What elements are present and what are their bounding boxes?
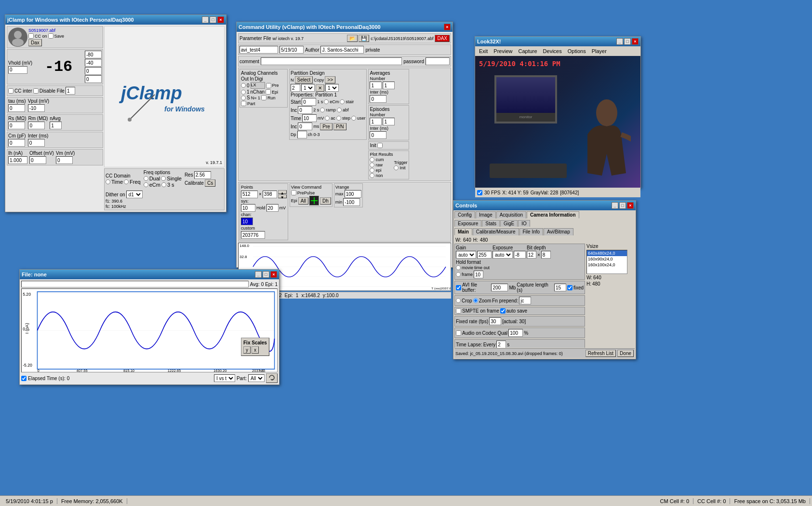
dax-btn2[interactable]: DAX (435, 35, 450, 42)
comment-input[interactable] (261, 57, 402, 65)
jclamp-close[interactable]: × (217, 16, 224, 23)
menu-preview[interactable]: Preview (491, 48, 515, 55)
cc-inter-cb[interactable] (8, 88, 13, 94)
tab-calib[interactable]: Calibrate/Measure (473, 228, 519, 235)
n-select[interactable]: 1 (301, 84, 315, 92)
res-input[interactable] (194, 171, 211, 179)
filename-input[interactable] (240, 46, 278, 54)
chan-input[interactable] (241, 218, 253, 225)
tab-avi[interactable]: Avi/Bitmap (544, 228, 573, 235)
vmin-input[interactable] (343, 198, 360, 206)
v2[interactable] (85, 59, 102, 67)
pts-input[interactable] (241, 191, 258, 198)
all-btn[interactable]: All (298, 197, 308, 205)
v4[interactable] (85, 75, 102, 83)
open-btn[interactable]: 📂 (347, 35, 358, 42)
autosave-cb[interactable] (500, 308, 506, 314)
inter-input[interactable] (28, 139, 45, 147)
ih-input[interactable] (8, 156, 27, 164)
copy-btn[interactable]: >> (325, 76, 335, 83)
look-cb[interactable] (477, 190, 482, 195)
dp-input[interactable] (297, 131, 307, 138)
offset-input[interactable] (29, 156, 46, 164)
calibrate-btn[interactable]: Cs (205, 179, 215, 187)
date-input[interactable] (280, 46, 304, 54)
ctrl-close[interactable]: × (627, 202, 634, 209)
save-btn2[interactable]: 💾 (359, 35, 369, 42)
vsize-160-90[interactable]: 160x90x24,0 (587, 256, 627, 262)
jclamp-maximize[interactable]: □ (210, 16, 216, 23)
look-close[interactable]: × (632, 38, 639, 45)
avg-num2[interactable] (383, 82, 395, 89)
jclamp-titlebar[interactable]: jClamp for Windows with IOtech PersonalD… (5, 15, 226, 25)
fix-x-btn[interactable]: x (252, 346, 259, 354)
inter-ms[interactable] (370, 95, 386, 103)
time-radio[interactable] (106, 179, 110, 184)
cmd-titlebar[interactable]: Command Utility (vClamp) with IOtech Per… (237, 22, 453, 32)
rm-input[interactable] (28, 122, 45, 129)
disable-cb[interactable] (33, 88, 39, 94)
exp-val[interactable] (514, 251, 526, 259)
menu-exit[interactable]: Exit (476, 48, 491, 55)
pre-btn[interactable]: Pre (320, 123, 333, 130)
tab-exposure[interactable]: Exposure (454, 220, 481, 227)
every-val[interactable] (496, 341, 506, 348)
menu-devices[interactable]: Devices (540, 48, 565, 55)
clk-input[interactable] (263, 191, 277, 198)
prepulse-cb[interactable] (291, 190, 296, 195)
vmax-input[interactable] (345, 190, 361, 198)
done-btn[interactable]: Done (617, 350, 634, 357)
jclamp-minimize[interactable]: _ (202, 16, 209, 23)
fps-input[interactable] (489, 317, 501, 325)
tab-gige[interactable]: GigE (500, 220, 518, 227)
epi-num2[interactable] (383, 118, 395, 125)
custom-input[interactable] (241, 231, 265, 239)
tab-acquisition[interactable]: Acquisition (496, 211, 526, 219)
smpte-cb[interactable] (456, 308, 461, 314)
plot-select[interactable]: I vs t (214, 374, 235, 382)
author-input[interactable] (320, 46, 364, 54)
part-select[interactable]: All (248, 374, 265, 382)
codec-val[interactable] (508, 329, 523, 337)
vsize-list[interactable]: 640x480x24,0 160x90x24,0 160x100x24,0 (586, 250, 627, 274)
vhold-input[interactable] (8, 66, 27, 74)
pts-dn[interactable]: ▼ (278, 194, 287, 198)
navg-input[interactable] (50, 122, 62, 129)
epi-num[interactable] (370, 118, 382, 125)
tau-input[interactable] (8, 104, 25, 112)
time-input[interactable] (302, 114, 317, 122)
file-close[interactable]: × (270, 271, 277, 278)
refresh-list-btn[interactable]: Refresh List (586, 350, 616, 357)
rs-input[interactable] (8, 122, 25, 129)
tab-fileinfo[interactable]: File Info (519, 228, 544, 235)
sys-input[interactable] (241, 204, 255, 212)
cmd-close[interactable]: × (444, 24, 451, 30)
pn-btn[interactable]: P/N (333, 123, 346, 130)
del-btn[interactable]: ✕ (316, 84, 324, 92)
gain-val[interactable] (477, 251, 492, 259)
exp-select[interactable]: auto (493, 251, 513, 259)
v3[interactable] (85, 67, 102, 75)
avi-buf-cb[interactable] (456, 285, 461, 290)
save-cb[interactable] (48, 33, 53, 39)
n-input[interactable] (291, 84, 300, 92)
dual-radio[interactable] (144, 176, 148, 181)
vsize-640[interactable]: 640x480x24,0 (587, 250, 627, 256)
start-input[interactable] (302, 98, 316, 106)
disable-val[interactable] (66, 87, 75, 95)
menu-options[interactable]: Options (565, 48, 589, 55)
file-max[interactable]: □ (263, 271, 269, 278)
pts-up[interactable]: ▲ (278, 190, 287, 194)
hold-input[interactable] (266, 204, 279, 212)
dither-select[interactable]: d1 (126, 191, 143, 198)
single-radio[interactable] (161, 176, 166, 181)
elapsed-cb[interactable] (21, 376, 27, 381)
look-min[interactable]: _ (616, 38, 623, 45)
tab-image[interactable]: Image (476, 211, 496, 219)
tab-camera-info[interactable]: Camera Information (527, 211, 579, 219)
avi-mb-val[interactable] (491, 284, 508, 291)
s3-radio[interactable] (161, 182, 166, 187)
refresh-btn[interactable] (266, 373, 278, 383)
ctrl-min[interactable]: _ (612, 202, 618, 209)
copy-select[interactable]: 1 (325, 84, 339, 92)
